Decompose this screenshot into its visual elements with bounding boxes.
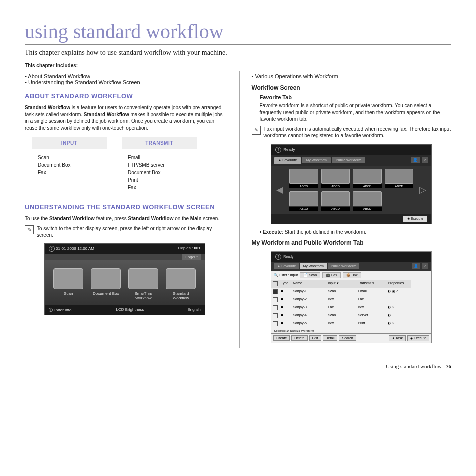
login-icon[interactable]: 👤 <box>412 263 420 269</box>
tab-my-workform[interactable]: My Workform <box>302 157 330 163</box>
tab-favourite[interactable]: ★ Favourite <box>274 263 299 269</box>
toc-right: Various Operations with Workform <box>252 73 452 79</box>
toc-item: Various Operations with Workform <box>252 73 452 79</box>
table-row[interactable]: ■Sanjay-1ScanEmail◐ ▣ ⌂ <box>271 288 431 296</box>
tab-favourite[interactable]: ★ Favourite <box>274 157 301 164</box>
language-selector[interactable]: English <box>187 307 200 313</box>
workform-item[interactable]: ABCD <box>289 191 318 211</box>
filter-label: 🔍 Filter : Input <box>274 273 298 277</box>
transmit-box: TRANSMIT Email FTP/SMB server Document B… <box>122 137 197 196</box>
filter-scan[interactable]: 📄 Scan <box>300 272 320 278</box>
about-heading: ABOUT STANDARD WORKFLOW <box>25 92 225 101</box>
transmit-items: Email FTP/SMB server Document Box Print … <box>122 149 197 196</box>
home-icon[interactable]: ⌂ <box>422 157 428 163</box>
understanding-paragraph: To use the Standard Workflow feature, pr… <box>25 215 225 222</box>
favorite-tab-heading: Favorite Tab <box>260 94 452 100</box>
workform-item[interactable]: ABCD <box>385 169 414 188</box>
input-items: Scan Document Box Fax <box>32 149 107 181</box>
checkbox[interactable] <box>273 305 278 310</box>
note-icon: ✎ <box>25 225 34 234</box>
checkbox[interactable] <box>273 321 278 326</box>
about-paragraph: Standard Workflow is a feature for users… <box>25 104 225 131</box>
delete-button[interactable]: Delete <box>291 335 307 341</box>
datetime: 01-01-2008 12:00 AM <box>56 246 94 251</box>
home-icon[interactable]: ⌂ <box>422 263 428 269</box>
login-icon[interactable]: 👤 <box>411 157 420 163</box>
toc-left: About Standard Workflow Understanding th… <box>25 73 225 85</box>
lcd-brightness[interactable]: LCD Brightness <box>116 307 144 313</box>
workform-item[interactable]: ABCD <box>321 191 350 211</box>
tab-public-workform[interactable]: Public Workform <box>332 157 365 163</box>
left-arrow-icon[interactable]: ◀ <box>274 184 285 195</box>
detail-button[interactable]: Detail <box>323 335 338 341</box>
standard-workflow-button[interactable]: Standard Workflow <box>166 268 196 300</box>
checkbox[interactable] <box>273 313 278 318</box>
toc-item: Understanding the Standard Workflow Scre… <box>25 79 225 85</box>
intro-text: This chapter explains how to use standar… <box>25 49 451 57</box>
search-button[interactable]: Search <box>339 335 356 341</box>
workform-item[interactable]: ABCD <box>353 191 382 211</box>
logout-button[interactable]: Logout <box>182 254 200 260</box>
help-icon[interactable]: ? <box>275 147 281 153</box>
status-ready: Ready <box>283 147 295 152</box>
input-box: INPUT Scan Document Box Fax <box>32 137 107 196</box>
execute-description: • Execute: Start the job defined in the … <box>260 229 452 235</box>
checkbox[interactable] <box>273 289 278 294</box>
understanding-heading: UNDERSTANDING THE STANDARD WORKFLOW SCRE… <box>25 203 225 212</box>
filter-fax[interactable]: 📠 Fax <box>322 272 341 278</box>
workform-item[interactable]: ABCD <box>353 169 382 188</box>
execute-button[interactable]: ◈ Execute <box>403 216 427 222</box>
my-workform-heading: My Workform and Public Workform Tab <box>252 239 452 246</box>
help-icon[interactable]: ? <box>49 246 55 252</box>
right-arrow-icon[interactable]: ▷ <box>417 184 428 195</box>
main-screen-screenshot: ? 01-01-2008 12:00 AM Copies : 001 Logou… <box>44 243 205 315</box>
favorite-screen-screenshot: ? Ready ★ Favourite My Workform Public W… <box>271 144 432 224</box>
task-button[interactable]: ★ Task <box>389 335 406 341</box>
table-row[interactable]: ■Sanjay-5BoxPrint◐ ⌂ <box>271 320 431 328</box>
execute-button[interactable]: ◈ Execute <box>407 335 429 341</box>
note-icon: ✎ <box>252 126 261 135</box>
status-ready: Ready <box>283 255 293 258</box>
table-row[interactable]: ■Sanjay-4ScanServer◐ <box>271 312 431 320</box>
my-workform-screenshot: ? Ready ★ Favourite My Workform Public W… <box>271 251 432 343</box>
filter-box[interactable]: 📦 Box <box>343 272 361 278</box>
tab-public-workform[interactable]: Public Workform <box>328 263 359 269</box>
checkbox[interactable] <box>273 297 278 302</box>
smarthru-workflow-button[interactable]: SmarThru Workflow <box>128 268 158 300</box>
table-row[interactable]: ■Sanjay-3FaxBox◐ ⌂ <box>271 304 431 312</box>
table-row[interactable]: ■Sanjay-2BoxFax <box>271 296 431 304</box>
tab-my-workform[interactable]: My Workform <box>300 263 326 269</box>
favorite-paragraph: Favorite workform is a shortcut of publi… <box>260 102 452 123</box>
document-box-button[interactable]: Document Box <box>91 268 121 300</box>
chapter-includes-label: This chapter includes: <box>25 63 451 68</box>
note-text: To switch to the other display screen, p… <box>37 225 225 238</box>
toner-info[interactable]: ⓘ Toner Info. <box>49 307 73 313</box>
create-button[interactable]: Create <box>273 335 290 341</box>
transmit-label: TRANSMIT <box>122 137 197 149</box>
table-header: Type Name Input ▾ Transmit ▾ Properties <box>271 280 431 288</box>
favorite-note: Fax input workform is automatically exec… <box>264 126 452 139</box>
scan-button[interactable]: Scan <box>53 268 83 300</box>
page-footer: Using standard workflow_ 76 <box>25 363 451 369</box>
workflow-screen-heading: Workflow Screen <box>252 84 452 91</box>
input-label: INPUT <box>32 137 107 149</box>
toc-item: About Standard Workflow <box>25 73 225 79</box>
workform-item[interactable]: ABCD <box>289 169 318 188</box>
help-icon[interactable]: ? <box>275 254 281 260</box>
edit-button[interactable]: Edit <box>309 335 321 341</box>
page-title: using standard workflow <box>25 20 451 45</box>
workform-item[interactable]: ABCD <box>321 169 350 188</box>
